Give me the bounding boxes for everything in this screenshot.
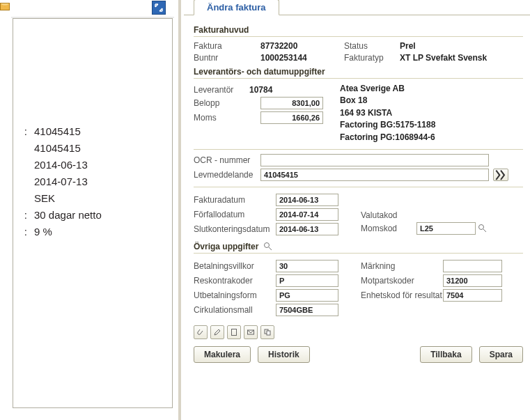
doc-preview-row: 41045415: [19, 140, 166, 157]
section-leverantor: Leverantörs- och datumuppgifter: [194, 67, 523, 79]
historik-button[interactable]: Historik: [258, 346, 310, 363]
copy-button[interactable]: [260, 325, 274, 339]
section-ovriga: Övriga uppgifter: [194, 242, 523, 254]
doc-preview-row: 2014-07-13: [19, 173, 166, 190]
buntnr-value: 1000253144: [260, 53, 344, 63]
makulera-button[interactable]: Makulera: [194, 346, 251, 363]
betalningsvillkor-label: Betalningsvillkor: [194, 261, 276, 271]
levmeddelande-expand-button[interactable]: [493, 169, 508, 181]
icon-toolbar: [194, 325, 523, 339]
doc-preview-row: :30 dagar netto: [19, 207, 166, 224]
tillbaka-button[interactable]: Tillbaka: [420, 346, 471, 363]
betalningsvillkor-input[interactable]: [276, 260, 338, 272]
svg-rect-4: [232, 329, 237, 335]
forfallodatum-input[interactable]: [276, 208, 338, 221]
motpartskoder-label: Motpartskoder: [361, 276, 443, 286]
edit-button[interactable]: [210, 325, 224, 339]
motpartskoder-input[interactable]: [443, 274, 502, 287]
slutkonteringsdatum-label: Slutkonteringsdatum: [194, 224, 276, 234]
doc-preview-row: :41045415: [19, 123, 166, 140]
pencil-icon: [213, 328, 221, 336]
svg-rect-7: [267, 331, 270, 335]
valutakod-label: Valutakod: [361, 210, 416, 220]
envelope-icon: [247, 328, 255, 336]
leverantor-value: 10784: [249, 85, 272, 95]
section-ovriga-label: Övriga uppgifter: [194, 242, 258, 251]
doc-preview-row: :9 %: [19, 224, 166, 240]
utbetalningsform-input[interactable]: [276, 289, 338, 302]
ocr-label: OCR - nummer: [194, 155, 260, 165]
doc-preview-row: SEK: [19, 190, 166, 207]
double-chevron-right-icon: [494, 169, 508, 181]
spara-button[interactable]: Spara: [479, 346, 523, 363]
momskod-input[interactable]: [416, 222, 476, 235]
paperclip-icon: [196, 328, 205, 336]
utbetalningsform-label: Utbetalningsform: [194, 290, 276, 300]
supplier-address: Atea Sverige AB Box 18 164 93 KISTA Fact…: [340, 83, 523, 143]
leverantor-label: Leverantör: [194, 85, 249, 95]
belopp-input[interactable]: [260, 97, 323, 109]
levmeddelande-input[interactable]: [260, 169, 489, 181]
buntnr-label: Buntnr: [194, 53, 260, 63]
envelope-icon: [0, 3, 10, 10]
document-preview: :41045415410454152014-06-132014-07-13SEK…: [13, 18, 173, 408]
cirkulationsmall-label: Cirkulationsmall: [194, 305, 276, 315]
reskontrakoder-input[interactable]: [276, 274, 338, 287]
markning-label: Märkning: [361, 261, 443, 271]
status-label: Status: [344, 41, 400, 51]
svg-point-0: [479, 225, 484, 230]
fakturatyp-value: XT LP Svefakt Svensk: [400, 53, 523, 63]
expand-icon-button[interactable]: [152, 1, 166, 15]
expand-arrows-icon: [155, 3, 163, 12]
levmeddelande-label: Levmeddelande: [194, 170, 260, 180]
enhetskod-input[interactable]: [443, 289, 502, 302]
supplier-bg: Factoring BG:5175-1188: [340, 119, 523, 131]
belopp-label: Belopp: [194, 98, 260, 108]
momskod-label: Momskod: [361, 224, 416, 233]
svg-line-1: [483, 229, 486, 232]
markning-input[interactable]: [443, 260, 502, 272]
status-value: Prel: [400, 41, 523, 51]
momskod-search-button[interactable]: [478, 224, 487, 233]
slutkonteringsdatum-input[interactable]: [276, 223, 338, 235]
email-button[interactable]: [244, 325, 258, 339]
ovriga-search-button[interactable]: [263, 242, 272, 251]
section-fakturahuvud: Fakturahuvud: [194, 25, 523, 37]
supplier-addr2: 164 93 KISTA: [340, 107, 523, 119]
tab-andra-faktura[interactable]: Ändra faktura: [194, 0, 279, 15]
cirkulationsmall-input[interactable]: [276, 304, 338, 316]
enhetskod-label: Enhetskod för resultat: [361, 290, 443, 300]
faktura-label: Faktura: [194, 41, 260, 51]
form-pane: Ändra faktura Fakturahuvud Faktura 87732…: [184, 0, 530, 420]
fakturatyp-label: Fakturatyp: [344, 53, 400, 63]
moms-label: Moms: [194, 113, 260, 123]
moms-input[interactable]: [260, 111, 323, 124]
forfallodatum-label: Förfallodatum: [194, 210, 276, 219]
fakturadatum-input[interactable]: [276, 194, 338, 206]
fakturadatum-label: Fakturadatum: [194, 195, 276, 205]
supplier-pg: Factoring PG:1068944-6: [340, 132, 523, 143]
svg-point-2: [265, 243, 270, 248]
document-icon: [230, 328, 238, 336]
copy-icon: [263, 328, 272, 336]
reskontrakoder-label: Reskontrakoder: [194, 276, 276, 286]
svg-line-3: [269, 247, 272, 250]
attach-button[interactable]: [194, 325, 208, 339]
tab-bar: Ändra faktura: [184, 0, 530, 15]
ocr-input[interactable]: [260, 154, 489, 166]
supplier-name: Atea Sverige AB: [340, 83, 523, 95]
new-document-button[interactable]: [227, 325, 241, 339]
supplier-addr1: Box 18: [340, 95, 523, 107]
faktura-value: 87732200: [260, 41, 344, 51]
doc-preview-row: 2014-06-13: [19, 157, 166, 173]
left-pane: :41045415410454152014-06-132014-07-13SEK…: [0, 0, 181, 420]
